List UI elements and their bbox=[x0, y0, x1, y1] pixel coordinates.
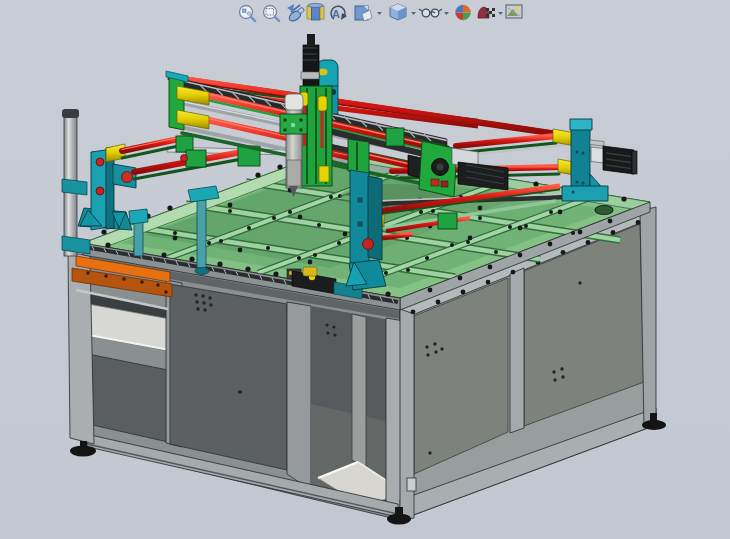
svg-text:A: A bbox=[332, 8, 340, 20]
